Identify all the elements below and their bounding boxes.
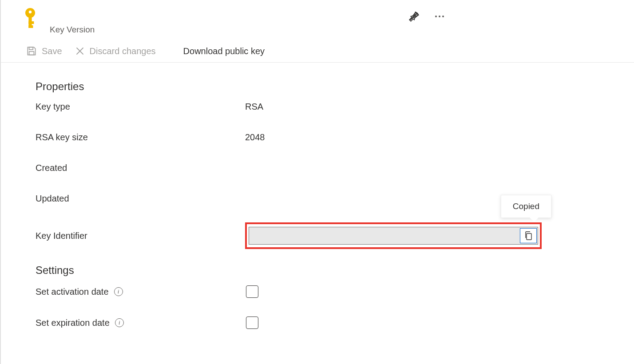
row-key-identifier: Key Identifier Copied: [36, 222, 634, 249]
close-icon: [75, 46, 85, 56]
svg-rect-4: [28, 25, 33, 28]
toolbar: Save Discard changes Download public key: [1, 37, 634, 63]
discard-button[interactable]: Discard changes: [75, 46, 156, 56]
svg-point-8: [439, 16, 440, 17]
key-icon: [21, 8, 39, 30]
properties-title: Properties: [36, 80, 634, 93]
label-activation-date: Set activation date i: [36, 287, 246, 297]
settings-title: Settings: [36, 264, 634, 277]
svg-rect-11: [29, 51, 34, 55]
svg-rect-10: [29, 47, 33, 49]
header-right: [408, 8, 618, 22]
download-label: Download public key: [183, 46, 265, 56]
row-activation-date: Set activation date i: [36, 285, 634, 298]
svg-point-7: [435, 16, 437, 17]
copy-icon: [524, 231, 533, 241]
info-icon[interactable]: i: [115, 318, 124, 327]
page-subtitle: Key Version: [50, 25, 95, 35]
copied-tooltip: Copied: [501, 195, 551, 218]
label-updated: Updated: [36, 194, 245, 204]
checkbox-activation-date[interactable]: [246, 285, 258, 298]
row-created: Created: [36, 163, 634, 173]
row-key-type: Key type RSA: [36, 102, 634, 112]
content: Properties Key type RSA RSA key size 204…: [1, 63, 634, 329]
row-rsa-key-size: RSA key size 2048: [36, 132, 634, 142]
save-button[interactable]: Save: [26, 45, 62, 57]
page-header: Key Version: [1, 0, 634, 35]
label-created: Created: [36, 163, 245, 173]
svg-point-9: [442, 16, 444, 17]
label-expiration-date-text: Set expiration date: [36, 318, 110, 328]
label-key-identifier: Key Identifier: [36, 231, 245, 241]
pin-button[interactable]: [408, 11, 420, 22]
svg-rect-16: [527, 233, 531, 240]
discard-label: Discard changes: [90, 46, 156, 56]
header-left: Key Version: [21, 8, 95, 35]
download-public-key-button[interactable]: Download public key: [168, 46, 265, 56]
key-identifier-highlight: Copied: [245, 222, 542, 249]
value-rsa-key-size: 2048: [245, 132, 265, 142]
svg-point-1: [29, 11, 32, 13]
label-expiration-date: Set expiration date i: [36, 318, 246, 328]
checkbox-expiration-date[interactable]: [246, 317, 258, 329]
info-icon[interactable]: i: [114, 287, 123, 296]
copy-button[interactable]: Copied: [520, 228, 537, 243]
value-key-type: RSA: [245, 102, 263, 112]
row-expiration-date: Set expiration date i: [36, 317, 634, 329]
download-icon: [168, 46, 179, 56]
more-button[interactable]: [434, 15, 445, 18]
svg-rect-3: [28, 21, 34, 24]
key-identifier-field[interactable]: Copied: [249, 227, 538, 245]
label-key-type: Key type: [36, 102, 245, 112]
label-rsa-key-size: RSA key size: [36, 132, 245, 142]
save-label: Save: [42, 46, 62, 56]
copied-tooltip-label: Copied: [513, 202, 539, 211]
label-activation-date-text: Set activation date: [36, 287, 109, 297]
save-icon: [26, 45, 37, 57]
